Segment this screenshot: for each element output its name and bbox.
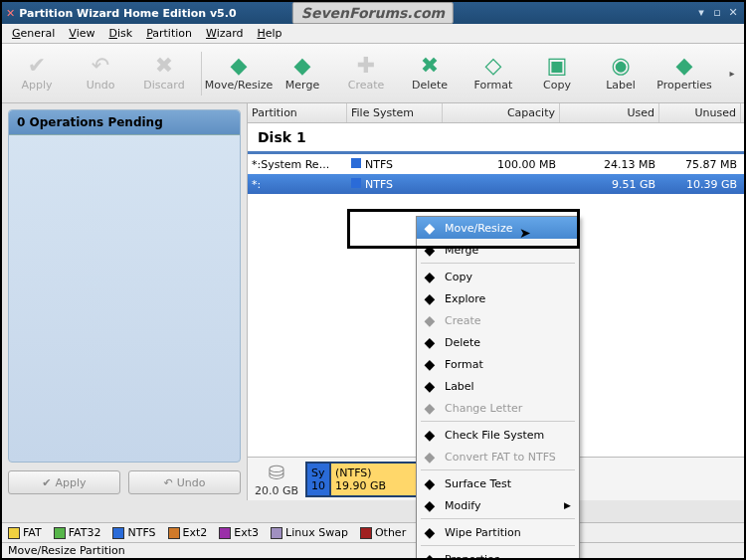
context-menu: ◆Move/Resize◆Merge◆Copy◆Explore◆Create◆D… bbox=[416, 216, 580, 560]
menu-item-merge[interactable]: ◆Merge bbox=[417, 239, 579, 261]
menu-item-label[interactable]: ◆Label bbox=[417, 375, 579, 397]
menu-disk[interactable]: Disk bbox=[102, 25, 138, 42]
menu-icon: ◆ bbox=[421, 242, 439, 258]
legend: FATFAT32NTFSExt2Ext3Linux SwapOtherUsedU bbox=[2, 522, 744, 542]
menu-icon: ◆ bbox=[421, 269, 439, 284]
menu-item-delete[interactable]: ◆Delete bbox=[417, 331, 579, 353]
menu-general[interactable]: General bbox=[6, 25, 61, 42]
toolbar-delete-button[interactable]: ✖Delete bbox=[399, 48, 461, 99]
maximize-button[interactable]: ▫ bbox=[710, 6, 724, 20]
status-bar: Move/Resize Partition bbox=[2, 542, 744, 558]
operations-pane: 0 Operations Pending ✔Apply ↶Undo bbox=[2, 103, 247, 500]
toolbar-overflow-button[interactable]: ▸ bbox=[724, 68, 740, 79]
menu-item-create: ◆Create bbox=[417, 309, 579, 331]
menu-view[interactable]: View bbox=[63, 25, 100, 42]
menu-item-move-resize[interactable]: ◆Move/Resize bbox=[417, 217, 579, 239]
disk-size: 20.0 GB bbox=[255, 484, 298, 497]
col-used[interactable]: Used bbox=[560, 103, 659, 122]
partition-row[interactable]: *:System Re... NTFS 100.00 MB 24.13 MB 7… bbox=[248, 154, 744, 174]
col-unused[interactable]: Unused bbox=[659, 103, 741, 122]
menu-icon: ◆ bbox=[421, 378, 439, 394]
close-button[interactable]: ✕ bbox=[726, 6, 740, 20]
close-icon[interactable]: ✕ bbox=[6, 7, 15, 20]
title-bar: ✕ Partition Wizard Home Edition v5.0 Sev… bbox=[2, 2, 744, 24]
toolbar-properties-button[interactable]: ◆Properties bbox=[653, 48, 715, 99]
menu-item-surface-test[interactable]: ◆Surface Test bbox=[417, 472, 579, 494]
operations-list bbox=[9, 135, 240, 454]
partition-row[interactable]: *: NTFS 9.51 GB 10.39 GB bbox=[248, 174, 744, 194]
legend-ntfs: NTFS bbox=[112, 526, 155, 539]
col-capacity[interactable]: Capacity bbox=[443, 103, 560, 122]
menu-help[interactable]: Help bbox=[252, 25, 288, 42]
operations-header: 0 Operations Pending bbox=[9, 110, 240, 135]
toolbar-label-button[interactable]: ◉Label bbox=[590, 48, 652, 99]
move/resize-icon: ◆ bbox=[231, 55, 248, 77]
label-icon: ◉ bbox=[611, 55, 630, 77]
toolbar-format-button[interactable]: ◇Format bbox=[463, 48, 524, 99]
menu-icon: ◆ bbox=[421, 524, 439, 540]
format-icon: ◇ bbox=[485, 55, 502, 77]
col-partition[interactable]: Partition bbox=[248, 103, 347, 122]
undo-pending-button[interactable]: ↶Undo bbox=[128, 470, 241, 494]
menu-item-properties[interactable]: ◆Properties bbox=[417, 548, 579, 560]
legend-linux-swap: Linux Swap bbox=[271, 526, 348, 539]
menu-icon: ◆ bbox=[421, 356, 439, 372]
menu-item-convert-fat-to-ntfs: ◆Convert FAT to NTFS bbox=[417, 446, 579, 467]
undo-icon: ↶ bbox=[92, 55, 109, 77]
toolbar-move-resize-button[interactable]: ◆Move/Resize bbox=[208, 48, 270, 99]
menu-wizard[interactable]: Wizard bbox=[200, 25, 250, 42]
menu-icon: ◆ bbox=[421, 400, 439, 416]
minimize-button[interactable]: ▾ bbox=[694, 6, 708, 20]
menu-item-change-letter: ◆Change Letter bbox=[417, 397, 579, 419]
discard-icon: ✖ bbox=[155, 55, 173, 77]
menu-partition[interactable]: Partition bbox=[140, 25, 198, 42]
menu-item-wipe-partition[interactable]: ◆Wipe Partition bbox=[417, 521, 579, 543]
delete-icon: ✖ bbox=[421, 55, 439, 77]
toolbar-create-button: ✚Create bbox=[335, 48, 397, 99]
menu-icon: ◆ bbox=[421, 312, 439, 328]
toolbar-undo-button: ↶Undo bbox=[70, 48, 131, 99]
menu-icon: ◆ bbox=[421, 551, 439, 560]
copy-icon: ▣ bbox=[547, 55, 568, 77]
legend-fat32: FAT32 bbox=[54, 526, 101, 539]
menu-bar: General View Disk Partition Wizard Help bbox=[2, 24, 744, 44]
column-header: Partition File System Capacity Used Unus… bbox=[248, 103, 744, 123]
menu-icon: ◆ bbox=[421, 290, 439, 306]
toolbar-discard-button: ✖Discard bbox=[133, 48, 195, 99]
window-title: Partition Wizard Home Edition v5.0 bbox=[19, 7, 236, 20]
disk-icon: ⛁ bbox=[269, 461, 285, 484]
menu-item-format[interactable]: ◆Format bbox=[417, 353, 579, 375]
menu-item-check-file-system[interactable]: ◆Check File System bbox=[417, 424, 579, 446]
menu-item-copy[interactable]: ◆Copy bbox=[417, 266, 579, 287]
menu-icon: ◆ bbox=[421, 449, 439, 465]
menu-icon: ◆ bbox=[421, 475, 439, 491]
legend-fat: FAT bbox=[8, 526, 42, 539]
toolbar-merge-button[interactable]: ◆Merge bbox=[272, 48, 333, 99]
legend-ext2: Ext2 bbox=[168, 526, 208, 539]
toolbar: ✔Apply↶Undo✖Discard◆Move/Resize◆Merge✚Cr… bbox=[2, 44, 744, 103]
menu-icon: ◆ bbox=[421, 334, 439, 350]
legend-ext3: Ext3 bbox=[219, 526, 259, 539]
undo-icon: ↶ bbox=[164, 476, 173, 489]
col-filesystem[interactable]: File System bbox=[347, 103, 443, 122]
properties-icon: ◆ bbox=[676, 55, 693, 77]
apply-icon: ✔ bbox=[28, 55, 46, 77]
menu-icon: ◆ bbox=[421, 497, 439, 513]
toolbar-copy-button[interactable]: ▣Copy bbox=[526, 48, 588, 99]
watermark: SevenForums.com bbox=[292, 2, 454, 24]
merge-icon: ◆ bbox=[294, 55, 311, 77]
check-icon: ✔ bbox=[42, 476, 51, 489]
disk-seg-system[interactable]: Sy10 bbox=[307, 464, 331, 495]
apply-pending-button[interactable]: ✔Apply bbox=[8, 470, 120, 494]
menu-item-explore[interactable]: ◆Explore bbox=[417, 287, 579, 309]
legend-other: Other bbox=[360, 526, 406, 539]
toolbar-apply-button: ✔Apply bbox=[6, 48, 68, 99]
menu-icon: ◆ bbox=[421, 427, 439, 443]
disk-title: Disk 1 bbox=[248, 123, 744, 154]
create-icon: ✚ bbox=[357, 55, 375, 77]
menu-item-modify[interactable]: ◆Modify▶ bbox=[417, 494, 579, 516]
menu-icon: ◆ bbox=[421, 220, 439, 236]
